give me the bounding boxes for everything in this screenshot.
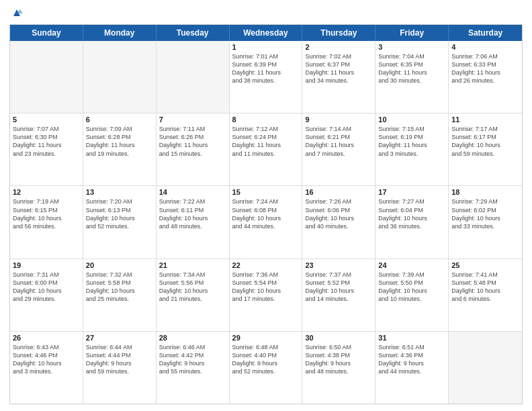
cell-date: 19 [13, 261, 80, 269]
cell-info: Sunrise: 7:09 AM Sunset: 6:28 PM Dayligh… [86, 125, 153, 158]
calendar-cell: 22Sunrise: 7:36 AM Sunset: 5:54 PM Dayli… [230, 259, 303, 331]
day-header-wednesday: Wednesday [230, 25, 303, 41]
calendar-cell [10, 41, 83, 113]
cell-info: Sunrise: 6:48 AM Sunset: 4:40 PM Dayligh… [232, 343, 300, 376]
cell-date: 25 [451, 261, 519, 269]
cell-date: 16 [305, 188, 372, 196]
calendar-cell: 11Sunrise: 7:17 AM Sunset: 6:17 PM Dayli… [449, 113, 522, 185]
cell-date: 20 [86, 261, 153, 269]
cell-date: 2 [305, 43, 372, 51]
cell-date: 21 [159, 261, 226, 269]
cell-info: Sunrise: 7:31 AM Sunset: 6:00 PM Dayligh… [13, 271, 80, 304]
logo [9, 7, 23, 19]
calendar: SundayMondayTuesdayWednesdayThursdayFrid… [9, 24, 523, 404]
calendar-cell: 24Sunrise: 7:39 AM Sunset: 5:50 PM Dayli… [375, 259, 449, 331]
calendar-row-4: 26Sunrise: 6:43 AM Sunset: 4:46 PM Dayli… [10, 332, 522, 404]
cell-date: 10 [378, 116, 445, 124]
calendar-cell: 8Sunrise: 7:12 AM Sunset: 6:24 PM Daylig… [230, 113, 303, 185]
cell-info: Sunrise: 7:32 AM Sunset: 5:58 PM Dayligh… [86, 271, 153, 304]
calendar-cell: 25Sunrise: 7:41 AM Sunset: 5:48 PM Dayli… [449, 259, 522, 331]
cell-info: Sunrise: 6:50 AM Sunset: 4:38 PM Dayligh… [305, 343, 372, 376]
logo-icon [11, 7, 23, 19]
calendar-cell: 4Sunrise: 7:06 AM Sunset: 6:33 PM Daylig… [449, 41, 522, 113]
cell-date: 15 [232, 188, 300, 196]
calendar-cell: 20Sunrise: 7:32 AM Sunset: 5:58 PM Dayli… [83, 259, 157, 331]
calendar-cell: 31Sunrise: 6:51 AM Sunset: 4:36 PM Dayli… [375, 332, 449, 404]
calendar-cell: 3Sunrise: 7:04 AM Sunset: 6:35 PM Daylig… [375, 41, 449, 113]
day-header-friday: Friday [375, 25, 449, 41]
calendar-cell: 27Sunrise: 6:44 AM Sunset: 4:44 PM Dayli… [83, 332, 157, 404]
calendar-cell: 18Sunrise: 7:29 AM Sunset: 6:02 PM Dayli… [449, 186, 522, 258]
calendar-cell: 21Sunrise: 7:34 AM Sunset: 5:56 PM Dayli… [157, 259, 230, 331]
cell-date: 18 [451, 188, 519, 196]
calendar-row-3: 19Sunrise: 7:31 AM Sunset: 6:00 PM Dayli… [10, 259, 522, 332]
cell-info: Sunrise: 7:39 AM Sunset: 5:50 PM Dayligh… [378, 271, 445, 304]
cell-date: 5 [13, 116, 80, 124]
cell-date: 23 [305, 261, 372, 269]
cell-date: 4 [451, 43, 519, 51]
cell-info: Sunrise: 7:06 AM Sunset: 6:33 PM Dayligh… [451, 52, 519, 85]
calendar-cell: 28Sunrise: 6:46 AM Sunset: 4:42 PM Dayli… [157, 332, 230, 404]
cell-date: 22 [232, 261, 300, 269]
calendar-cell: 16Sunrise: 7:26 AM Sunset: 6:06 PM Dayli… [302, 186, 375, 258]
calendar-cell: 10Sunrise: 7:15 AM Sunset: 6:19 PM Dayli… [375, 113, 449, 185]
cell-info: Sunrise: 7:36 AM Sunset: 5:54 PM Dayligh… [232, 271, 300, 304]
cell-info: Sunrise: 7:34 AM Sunset: 5:56 PM Dayligh… [159, 271, 226, 304]
cell-info: Sunrise: 7:26 AM Sunset: 6:06 PM Dayligh… [305, 197, 372, 230]
calendar-cell [157, 41, 230, 113]
day-header-tuesday: Tuesday [157, 25, 230, 41]
cell-date: 14 [159, 188, 226, 196]
calendar-row-1: 5Sunrise: 7:07 AM Sunset: 6:30 PM Daylig… [10, 113, 522, 186]
cell-info: Sunrise: 7:27 AM Sunset: 6:04 PM Dayligh… [378, 197, 445, 230]
day-header-monday: Monday [83, 25, 157, 41]
cell-date: 3 [378, 43, 445, 51]
calendar-cell: 15Sunrise: 7:24 AM Sunset: 6:08 PM Dayli… [230, 186, 303, 258]
calendar-cell: 1Sunrise: 7:01 AM Sunset: 6:39 PM Daylig… [230, 41, 303, 113]
cell-date: 28 [159, 334, 226, 342]
cell-info: Sunrise: 7:37 AM Sunset: 5:52 PM Dayligh… [305, 271, 372, 304]
cell-date: 8 [232, 116, 300, 124]
calendar-cell: 6Sunrise: 7:09 AM Sunset: 6:28 PM Daylig… [83, 113, 157, 185]
calendar-cell: 23Sunrise: 7:37 AM Sunset: 5:52 PM Dayli… [302, 259, 375, 331]
cell-info: Sunrise: 7:20 AM Sunset: 6:13 PM Dayligh… [86, 197, 153, 230]
day-headers: SundayMondayTuesdayWednesdayThursdayFrid… [10, 25, 522, 41]
calendar-cell: 29Sunrise: 6:48 AM Sunset: 4:40 PM Dayli… [230, 332, 303, 404]
cell-info: Sunrise: 6:51 AM Sunset: 4:36 PM Dayligh… [378, 343, 445, 376]
calendar-cell: 7Sunrise: 7:11 AM Sunset: 6:26 PM Daylig… [157, 113, 230, 185]
cell-info: Sunrise: 7:11 AM Sunset: 6:26 PM Dayligh… [159, 125, 226, 158]
cell-info: Sunrise: 7:17 AM Sunset: 6:17 PM Dayligh… [451, 125, 519, 158]
cell-info: Sunrise: 7:22 AM Sunset: 6:11 PM Dayligh… [159, 197, 226, 230]
calendar-cell: 12Sunrise: 7:19 AM Sunset: 6:15 PM Dayli… [10, 186, 83, 258]
cell-date: 1 [232, 43, 300, 51]
cell-date: 12 [13, 188, 80, 196]
cell-info: Sunrise: 7:19 AM Sunset: 6:15 PM Dayligh… [13, 197, 80, 230]
cell-info: Sunrise: 7:41 AM Sunset: 5:48 PM Dayligh… [451, 271, 519, 304]
calendar-row-2: 12Sunrise: 7:19 AM Sunset: 6:15 PM Dayli… [10, 186, 522, 259]
day-header-sunday: Sunday [10, 25, 83, 41]
cell-date: 26 [13, 334, 80, 342]
cell-info: Sunrise: 7:01 AM Sunset: 6:39 PM Dayligh… [232, 52, 300, 85]
cell-info: Sunrise: 7:04 AM Sunset: 6:35 PM Dayligh… [378, 52, 445, 85]
calendar-body: 1Sunrise: 7:01 AM Sunset: 6:39 PM Daylig… [10, 41, 522, 404]
cell-info: Sunrise: 6:43 AM Sunset: 4:46 PM Dayligh… [13, 343, 80, 376]
cell-date: 29 [232, 334, 300, 342]
calendar-cell: 9Sunrise: 7:14 AM Sunset: 6:21 PM Daylig… [302, 113, 375, 185]
calendar-cell: 26Sunrise: 6:43 AM Sunset: 4:46 PM Dayli… [10, 332, 83, 404]
cell-date: 9 [305, 116, 372, 124]
cell-date: 6 [86, 116, 153, 124]
calendar-row-0: 1Sunrise: 7:01 AM Sunset: 6:39 PM Daylig… [10, 41, 522, 113]
cell-date: 24 [378, 261, 445, 269]
calendar-cell [449, 332, 522, 404]
cell-info: Sunrise: 6:44 AM Sunset: 4:44 PM Dayligh… [86, 343, 153, 376]
header [9, 7, 523, 19]
day-header-saturday: Saturday [449, 25, 522, 41]
cell-date: 11 [451, 116, 519, 124]
cell-info: Sunrise: 6:46 AM Sunset: 4:42 PM Dayligh… [159, 343, 226, 376]
cell-date: 13 [86, 188, 153, 196]
cell-info: Sunrise: 7:12 AM Sunset: 6:24 PM Dayligh… [232, 125, 300, 158]
calendar-cell: 19Sunrise: 7:31 AM Sunset: 6:00 PM Dayli… [10, 259, 83, 331]
cell-date: 31 [378, 334, 445, 342]
calendar-cell: 30Sunrise: 6:50 AM Sunset: 4:38 PM Dayli… [302, 332, 375, 404]
calendar-cell: 14Sunrise: 7:22 AM Sunset: 6:11 PM Dayli… [157, 186, 230, 258]
calendar-cell: 13Sunrise: 7:20 AM Sunset: 6:13 PM Dayli… [83, 186, 157, 258]
